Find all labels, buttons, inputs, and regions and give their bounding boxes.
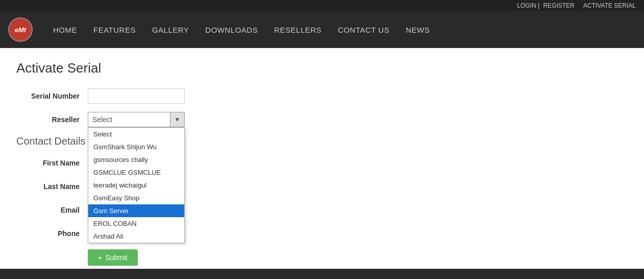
serial-number-row: Serial Number: [16, 88, 628, 104]
dropdown-option-gsmeasy[interactable]: GsmEasy Shop: [88, 192, 184, 204]
nav-downloads[interactable]: DOWNLOADS: [205, 24, 258, 36]
serial-number-label: Serial Number: [16, 92, 88, 100]
reseller-selected-text: Select: [88, 115, 170, 124]
nav-home[interactable]: HOME: [53, 24, 77, 36]
dropdown-option-gsmclue[interactable]: GSMCLUE GSMCLUE: [88, 166, 184, 179]
reseller-dropdown-container: Select ▼ Select GsmShark Shijun Wu gsmso…: [88, 112, 185, 127]
main-content: Activate Serial Serial Number Reseller S…: [0, 48, 644, 278]
nav-resellers[interactable]: RESELLERS: [274, 24, 321, 36]
submit-label: Submit: [105, 253, 128, 262]
dropdown-option-gsmshark[interactable]: GsmShark Shijun Wu: [88, 141, 184, 153]
reseller-select-display[interactable]: Select ▼: [88, 112, 185, 127]
navbar: eMt HOME FEATURES GALLERY DOWNLOADS RESE…: [0, 11, 644, 48]
serial-number-input[interactable]: [88, 88, 185, 104]
nav-gallery[interactable]: GALLERY: [152, 24, 189, 36]
email-label: Email: [16, 206, 88, 214]
dropdown-option-gsmserver[interactable]: Gsm Server: [88, 204, 184, 217]
reseller-dropdown-list: Select GsmShark Shijun Wu gsmsources cha…: [88, 127, 185, 243]
nav-features[interactable]: FEATURES: [93, 24, 136, 36]
reseller-row: Reseller Select ▼ Select GsmShark Shijun…: [16, 112, 628, 127]
dropdown-option-arshad[interactable]: Arshad Ali: [88, 230, 184, 243]
logo-icon: eMt: [8, 17, 33, 42]
nav-news[interactable]: NEWS: [406, 24, 430, 36]
logo: eMt: [8, 17, 33, 42]
dropdown-option-select[interactable]: Select: [88, 128, 184, 141]
page-title: Activate Serial: [16, 60, 628, 76]
first-name-label: First Name: [16, 159, 88, 167]
last-name-label: Last Name: [16, 182, 88, 191]
dropdown-option-gsmsources[interactable]: gsmsources chally: [88, 153, 184, 166]
activate-serial-link[interactable]: ACTIVATE SERIAL: [583, 2, 636, 9]
top-bar: LOGIN | REGISTER ACTIVATE SERIAL: [0, 0, 644, 11]
nav-links: HOME FEATURES GALLERY DOWNLOADS RESELLER…: [53, 26, 430, 34]
nav-contact[interactable]: CONTACT US: [338, 24, 389, 36]
register-link[interactable]: REGISTER: [543, 2, 574, 9]
dropdown-option-erol[interactable]: EROL COBAN: [88, 217, 184, 230]
phone-label: Phone: [16, 229, 88, 238]
bottom-bar: [0, 269, 644, 278]
separator: |: [538, 2, 539, 9]
submit-button[interactable]: + Submit: [88, 249, 138, 266]
dropdown-option-teeradej[interactable]: teeradej wichaigul: [88, 179, 184, 192]
submit-icon: +: [98, 253, 102, 262]
login-link[interactable]: LOGIN: [517, 2, 536, 9]
reseller-label: Reseller: [16, 115, 88, 124]
reseller-dropdown-arrow[interactable]: ▼: [170, 112, 184, 127]
